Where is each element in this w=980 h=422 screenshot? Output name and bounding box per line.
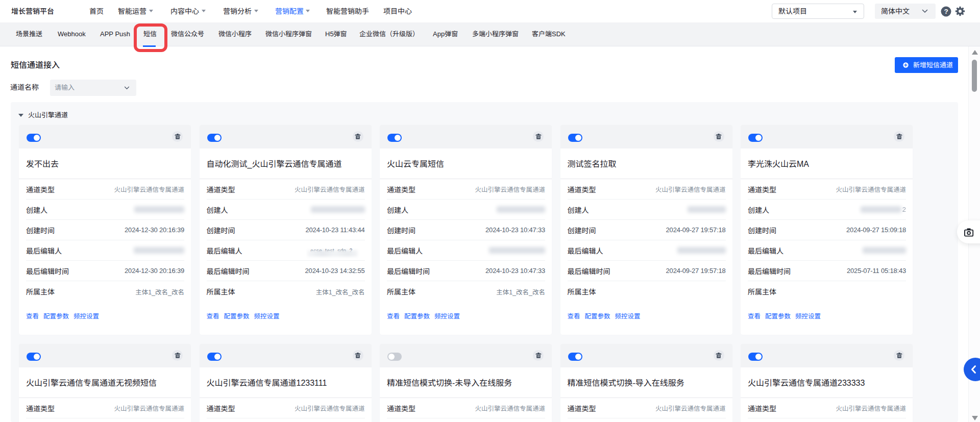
svg-text:?: ? <box>944 8 948 15</box>
